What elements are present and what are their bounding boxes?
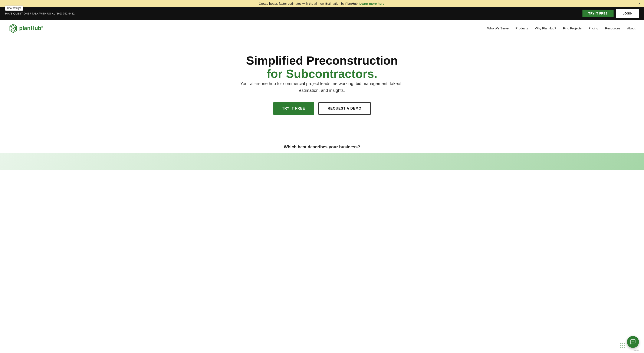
top-actions: TRY IT FREE LOGIN bbox=[582, 9, 639, 18]
logo-hub: Hub bbox=[30, 25, 41, 31]
logo-icon bbox=[8, 24, 18, 33]
nav-resources[interactable]: Resources bbox=[605, 27, 620, 30]
nav-who-we-serve[interactable]: Who We Serve bbox=[487, 27, 509, 30]
business-title: Which best describes your business? bbox=[4, 145, 640, 149]
request-demo-button[interactable]: REQUEST A DEMO bbox=[318, 102, 371, 115]
nav-links: Who We Serve Products Why PlanHub? Find … bbox=[487, 27, 636, 30]
try-free-top-button[interactable]: TRY IT FREE bbox=[582, 10, 614, 17]
announcement-close-button[interactable]: × bbox=[638, 2, 640, 6]
chat-widget-tooltip: Chat Widget bbox=[5, 6, 23, 11]
nav-pricing[interactable]: Pricing bbox=[588, 27, 598, 30]
nav-why-planhub[interactable]: Why PlanHub? bbox=[535, 27, 556, 30]
announcement-link[interactable]: Learn more here. bbox=[360, 2, 386, 5]
hero-description: Your all-in-one hub for commercial proje… bbox=[239, 80, 405, 94]
hero-title-line2: for Subcontractors. bbox=[267, 67, 377, 80]
nav-products[interactable]: Products bbox=[515, 27, 528, 30]
hero-title: Simplified Preconstruction for Subcontra… bbox=[230, 54, 414, 80]
bottom-image-strip bbox=[0, 153, 644, 170]
hero-buttons: TRY IT FREE REQUEST A DEMO bbox=[230, 102, 414, 115]
hero-title-line1: Simplified Preconstruction bbox=[246, 54, 398, 67]
main-nav: planHub® Who We Serve Products Why PlanH… bbox=[0, 20, 644, 37]
try-free-hero-button[interactable]: TRY IT FREE bbox=[273, 102, 314, 115]
top-bar: Chat Widget HAVE QUESTIONS? TALK WITH US… bbox=[0, 7, 644, 20]
logo-text: planHub® bbox=[19, 25, 43, 32]
contact-info: Chat Widget HAVE QUESTIONS? TALK WITH US… bbox=[5, 12, 74, 15]
nav-find-projects[interactable]: Find Projects bbox=[563, 27, 582, 30]
logo-plan: plan bbox=[19, 25, 30, 31]
logo-registered: ® bbox=[41, 26, 43, 29]
announcement-bar: Create better, faster estimates with the… bbox=[0, 0, 644, 7]
login-button[interactable]: LOGIN bbox=[616, 9, 639, 18]
nav-about[interactable]: About bbox=[627, 27, 636, 30]
hero-section: Simplified Preconstruction for Subcontra… bbox=[226, 37, 418, 140]
contact-phone: +1 (866) 752-6482 bbox=[52, 12, 74, 15]
logo[interactable]: planHub® bbox=[8, 24, 43, 33]
business-section: Which best describes your business? bbox=[0, 140, 644, 149]
announcement-text: Create better, faster estimates with the… bbox=[259, 2, 359, 5]
contact-label: HAVE QUESTIONS? TALK WITH US bbox=[5, 12, 51, 15]
